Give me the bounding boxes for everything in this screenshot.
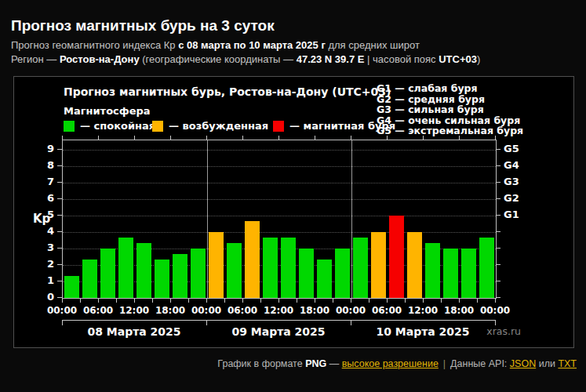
txt-link[interactable]: TXT — [558, 358, 577, 369]
tz-label: | часовой пояс — [364, 53, 439, 65]
g-tick-label-g1: G1 — [504, 209, 519, 221]
x-axis-tick — [495, 299, 496, 303]
kp-bar — [335, 249, 350, 298]
chart-title: Прогноз магнитных бурь, Ростов-на-Дону (… — [64, 85, 391, 98]
tz-value: UTC+03 — [439, 53, 477, 65]
kp-bar — [245, 221, 260, 298]
y-axis-tick — [57, 182, 62, 183]
y-tick-label: 3 — [23, 241, 54, 254]
footer-api-label: Данные API: — [450, 358, 510, 369]
footer-separator: | — [439, 358, 450, 369]
gridline-kp4 — [63, 232, 496, 233]
time-tick-label: 18:00 — [153, 305, 187, 316]
day-separator — [351, 140, 352, 298]
time-tick-label: 18:00 — [442, 305, 476, 316]
x-axis-tick — [206, 299, 207, 303]
y-tick-label: 4 — [23, 225, 54, 238]
right-axis-tick — [496, 165, 500, 166]
subtitle1-dates: с 08 марта по 10 марта 2025 г — [178, 39, 326, 51]
y-tick-label: 8 — [23, 159, 54, 172]
y-axis-tick — [57, 215, 62, 216]
time-tick-label: 06:00 — [369, 305, 404, 316]
y-tick-label: 9 — [23, 143, 54, 155]
g4-legend-line: G4 — очень сильная буря — [377, 115, 523, 126]
bracket-tick — [62, 320, 63, 325]
kp-bar — [173, 254, 187, 298]
coords-label: (географические координаты — — [140, 53, 297, 65]
y-axis-tick — [57, 165, 62, 166]
g-scale-legend: G1 — слабая буря G2 — средняя буря G3 — … — [377, 83, 523, 136]
region-label: Регион — — [11, 53, 60, 65]
time-tick-label: 12:00 — [261, 305, 296, 316]
kp-bar — [299, 249, 314, 298]
right-axis-tick — [496, 248, 500, 249]
y-tick-label: 0 — [23, 291, 54, 303]
x-axis-tick — [98, 299, 99, 303]
y-tick-label: 7 — [23, 176, 54, 188]
kp-bar — [371, 232, 386, 298]
g5-legend-line: G5 — экстремальная буря — [377, 125, 523, 136]
footer-dash: — — [326, 358, 341, 369]
subtitle1-pre: Прогноз геомагнитного индекса Кр — [11, 39, 178, 51]
json-link[interactable]: JSON — [510, 358, 536, 369]
x-axis-top-tick — [62, 136, 63, 140]
high-resolution-link[interactable]: высокое разрешение — [342, 358, 439, 369]
kp-bar-plot — [62, 140, 497, 299]
y-tick-label: 2 — [23, 258, 54, 270]
time-tick-label: 06:00 — [225, 305, 260, 316]
footer-format-label: График в формате — [217, 358, 305, 369]
date-label: 10 Марта 2025 — [352, 325, 493, 338]
legend-label-quiet: — спокойная — [80, 120, 155, 132]
day-separator — [207, 140, 208, 298]
x-axis-tick — [116, 299, 117, 303]
gridline-kp9 — [63, 150, 496, 151]
x-axis-tick — [80, 299, 81, 303]
right-axis-tick — [496, 215, 500, 216]
kp-bar — [64, 276, 79, 298]
x-axis-tick — [62, 299, 63, 303]
x-axis-top-tick — [459, 136, 460, 140]
x-axis-tick — [369, 299, 369, 303]
time-tick-label: 12:00 — [117, 305, 151, 316]
x-axis-tick — [260, 299, 261, 303]
x-axis-top-tick — [495, 136, 496, 140]
kp-bar — [100, 249, 115, 298]
gridline-kp6 — [63, 199, 496, 200]
x-axis-tick — [242, 299, 243, 303]
kp-bar — [118, 238, 133, 298]
forecast-subtitle: Прогноз геомагнитного индекса Кр с 08 ма… — [11, 39, 420, 51]
kp-bar — [443, 249, 458, 298]
y-tick-label: 5 — [23, 209, 54, 221]
time-tick-label: 18:00 — [297, 305, 332, 316]
coords-value: 47.23 N 39.7 E — [297, 53, 365, 65]
x-axis-tick — [351, 299, 351, 303]
x-axis-tick — [477, 299, 478, 303]
region-city: Ростов-на-Дону — [60, 53, 140, 65]
right-axis-tick — [496, 264, 500, 265]
right-axis-tick — [496, 198, 500, 199]
kp-bar — [191, 249, 206, 298]
kp-bar — [155, 260, 169, 298]
x-axis-top-tick — [278, 136, 279, 140]
x-axis-tick — [423, 299, 424, 303]
x-axis-tick — [441, 299, 442, 303]
kp-bar — [425, 243, 440, 298]
x-axis-tick — [134, 299, 135, 303]
legend-label-excited: — возбужденная — [169, 120, 268, 132]
x-axis-top-tick — [387, 136, 388, 140]
g2-legend-line: G2 — средняя буря — [377, 94, 523, 105]
time-tick-label: 12:00 — [406, 305, 440, 316]
g-tick-label-g5: G5 — [504, 143, 519, 155]
time-tick-label: 00:00 — [45, 305, 79, 316]
x-axis-tick — [170, 299, 171, 303]
footer-png-label: PNG — [305, 358, 326, 369]
date-label: 08 Марта 2025 — [64, 325, 205, 338]
gridline-kp7 — [63, 183, 496, 183]
kp-bar — [209, 232, 224, 298]
y-axis-tick — [57, 198, 62, 199]
kp-bar — [317, 260, 332, 298]
time-tick-label: 00:00 — [478, 305, 512, 316]
legend-item-quiet: — спокойная — [64, 120, 155, 132]
x-axis-tick — [405, 299, 406, 303]
y-axis-tick — [57, 248, 62, 249]
